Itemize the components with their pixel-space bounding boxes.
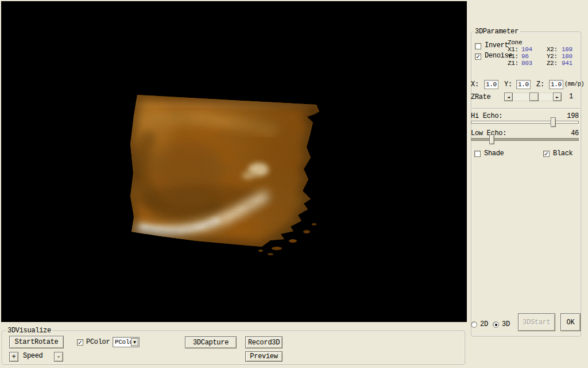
low-echo-slider-thumb[interactable] — [489, 135, 494, 144]
start-rotate-button[interactable]: StartRotate — [9, 336, 64, 348]
hi-echo-slider-thumb[interactable] — [551, 117, 556, 127]
checkmark-icon: ✓ — [544, 151, 549, 156]
zone-z2-label: Z2: — [547, 60, 558, 67]
separator — [471, 108, 580, 109]
zrate-scrollbar-thumb[interactable] — [529, 93, 539, 101]
denoise-checkbox[interactable]: ✓ — [475, 53, 481, 60]
zone-z2-value: 941 — [562, 60, 572, 67]
scale-y-label: Y: — [504, 81, 512, 89]
scale-y-input[interactable] — [516, 80, 531, 89]
scale-z-input[interactable] — [549, 80, 563, 89]
zrate-value: 1 — [569, 93, 573, 101]
shade-checkbox[interactable]: ✓ — [474, 151, 481, 157]
scale-x-label: X: — [471, 81, 479, 89]
shade-label: Shade — [484, 150, 504, 158]
app-window: 3DParameter ✓ Invert ✓ Denoise Zone X1: … — [0, 0, 588, 368]
invert-checkbox[interactable]: ✓ — [475, 43, 481, 49]
scale-z-label: Z: — [536, 81, 544, 89]
parameter-group-title: 3DParameter — [473, 28, 520, 36]
speed-plus-button[interactable]: + — [9, 352, 18, 362]
3dstart-button[interactable]: 3DStart — [518, 313, 555, 331]
preview-button[interactable]: Preview — [245, 351, 283, 362]
black-label: Black — [553, 150, 573, 158]
mode-3d-radio[interactable] — [493, 321, 499, 328]
visualize-group-title: 3DVisualize — [6, 327, 53, 335]
hi-echo-slider-track[interactable] — [471, 121, 579, 124]
scroll-left-arrow-icon[interactable]: ◄ — [504, 93, 513, 101]
scale-unit-label: (mm/p) — [564, 80, 584, 88]
pcolor-label: PColor — [86, 339, 110, 346]
low-echo-slider-track[interactable] — [471, 138, 579, 141]
scroll-right-arrow-icon[interactable]: ► — [553, 93, 562, 101]
zone-z1-label: Z1: — [508, 60, 519, 67]
mode-2d-radio[interactable] — [471, 321, 477, 328]
dropdown-arrow-icon[interactable]: ▼ — [131, 338, 138, 346]
invert-label: Invert — [485, 42, 508, 49]
speed-minus-button[interactable]: - — [54, 352, 63, 362]
black-checkbox[interactable]: ✓ — [543, 151, 550, 157]
mode-2d-label: 2D — [480, 321, 488, 328]
zone-z1-value: 803 — [521, 60, 532, 67]
3dcapture-button[interactable]: 3DCapture — [185, 336, 237, 348]
scale-x-input[interactable] — [484, 80, 498, 89]
pcolor-checkbox[interactable]: ✓ — [77, 339, 83, 346]
radio-dot-icon — [495, 324, 497, 326]
ultrasound-render — [1, 1, 467, 322]
parameter-groupbox — [471, 32, 581, 336]
checkmark-icon: ✓ — [475, 54, 481, 59]
ok-button[interactable]: OK — [560, 313, 581, 331]
record3d-button[interactable]: Record3D — [245, 336, 283, 348]
checkmark-icon: ✓ — [78, 340, 83, 345]
speed-label: Speed — [23, 352, 43, 360]
mode-3d-label: 3D — [502, 321, 510, 328]
zrate-label: ZRate — [471, 94, 491, 101]
zrate-scrollbar[interactable]: ◄ ► — [504, 93, 562, 101]
render-viewport[interactable] — [1, 1, 467, 322]
pcolor-dropdown[interactable]: PColor ▼ — [113, 337, 140, 347]
hi-echo-slider[interactable] — [471, 117, 579, 128]
low-echo-slider[interactable] — [471, 135, 579, 145]
